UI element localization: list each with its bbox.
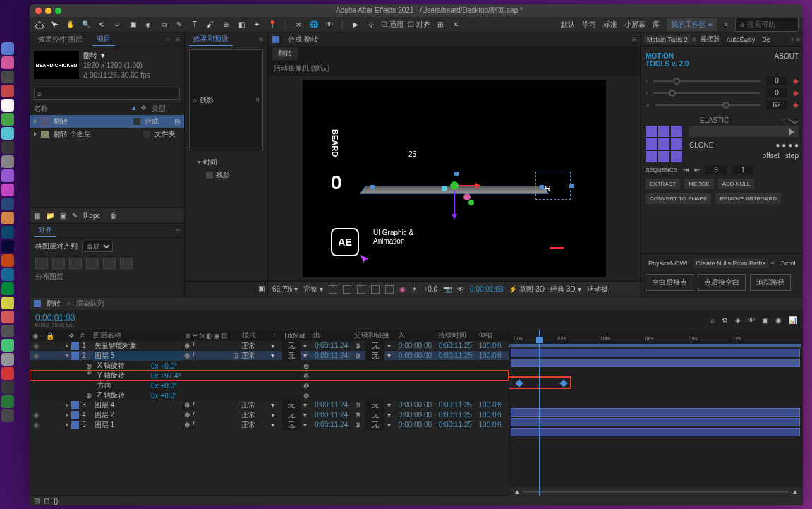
effects-category[interactable]: 时间	[190, 156, 262, 169]
label-color[interactable]	[143, 131, 150, 138]
workspace-learn[interactable]: 学习	[582, 20, 596, 30]
layer-row-3[interactable]: 3 图层 4 ⊕/ 正常▾ 无▾ 0:00:11:24 ⊚无▾ 0:00:00:…	[30, 400, 509, 410]
slider-2[interactable]	[653, 92, 761, 94]
slider-3[interactable]	[655, 104, 761, 106]
label-color[interactable]	[133, 118, 140, 125]
window-maximize-button[interactable]	[55, 8, 61, 14]
col-header-type[interactable]: 类型	[152, 104, 180, 114]
effect-item[interactable]: 残影	[190, 169, 262, 181]
comp-name[interactable]: 翻转 ▼	[83, 51, 180, 61]
pointer-icon[interactable]: ▶	[350, 19, 361, 30]
nulls-btn-1[interactable]: 空白后接点	[646, 274, 693, 291]
tab-effects[interactable]: 效果和预设	[189, 32, 233, 46]
property-y-rotation[interactable]: ⊚ ⌄ Y 轴旋转 0x +97.4° ⊚	[30, 371, 509, 381]
orbit-tool-icon[interactable]: ⟲	[96, 19, 107, 30]
about-button[interactable]: ABOUT	[775, 52, 799, 68]
dock-app-4[interactable]	[1, 85, 14, 97]
dock-app-17[interactable]	[1, 268, 14, 281]
tab-create-nulls[interactable]: Create Nulls From Paths	[693, 258, 769, 268]
dock-app-9[interactable]	[1, 155, 14, 168]
grid-icon[interactable]: ⊞	[435, 19, 446, 30]
toggle-modes-icon[interactable]: ⊡	[44, 497, 49, 505]
merge-button[interactable]: MERGE	[684, 179, 713, 189]
add-null-button[interactable]: ADD NULL	[718, 179, 755, 189]
dock-app-23[interactable]	[1, 353, 14, 366]
clear-search-icon[interactable]: ×	[255, 96, 260, 104]
graph-editor-icon[interactable]: 📊	[789, 316, 797, 324]
current-time-indicator[interactable]	[539, 330, 540, 496]
new-folder-icon[interactable]: 📁	[46, 212, 54, 220]
selection-tool-icon[interactable]	[49, 19, 61, 30]
active-camera-select[interactable]: 活动摄	[587, 285, 608, 294]
align-bottom-button[interactable]	[120, 258, 133, 269]
dock-app-20[interactable]	[1, 311, 14, 323]
project-item-folder[interactable]: 翻转 个图层 文件夹	[30, 128, 184, 140]
channel-icon[interactable]: ◉	[399, 285, 406, 293]
window-close-button[interactable]	[35, 8, 42, 14]
toggle-grid-icon[interactable]	[371, 285, 380, 294]
seq-val-2[interactable]: 1	[732, 165, 753, 174]
shy-icon[interactable]: 👁	[748, 316, 755, 324]
home-icon[interactable]	[34, 19, 45, 30]
nulls-btn-3[interactable]: 追踪路径	[750, 274, 791, 291]
col-mode[interactable]: 模式	[242, 330, 269, 340]
expand-icon[interactable]	[34, 119, 37, 124]
text-tool-icon[interactable]: T	[189, 19, 200, 30]
snapshot-icon[interactable]: 📷	[443, 285, 452, 293]
col-out[interactable]: 出	[313, 330, 351, 340]
dock-app-15[interactable]	[1, 240, 14, 253]
panel-menu-icon[interactable]: ≡	[176, 227, 180, 234]
view-axis-icon[interactable]: 👁	[324, 19, 335, 30]
exposure-icon[interactable]: ☀	[411, 285, 418, 293]
dock-app-3[interactable]	[1, 71, 14, 83]
dock-app-24[interactable]	[1, 367, 14, 380]
viewer-tab[interactable]: 翻转	[272, 47, 298, 60]
align-target-select[interactable]: 合成	[82, 241, 113, 252]
convert-shape-button[interactable]: CONVERT TO SHAPE	[646, 193, 711, 204]
tab-wiggler[interactable]: 摇摆器	[698, 33, 722, 45]
comp-mini-flowchart-icon[interactable]: ⚙	[722, 316, 728, 324]
col-stretch[interactable]: 伸缩	[478, 330, 506, 340]
guides-icon[interactable]: ✕	[450, 19, 461, 30]
toggle-mask-icon[interactable]	[343, 285, 351, 294]
col-duration[interactable]: 持续时间	[438, 330, 475, 340]
bpc-button[interactable]: 8 bpc	[83, 212, 100, 220]
current-timecode[interactable]: 0:00:01:03	[35, 313, 75, 323]
tab-scroll[interactable]: Scrol	[778, 258, 799, 268]
toggle-roi-icon[interactable]	[357, 285, 365, 294]
dock-app-26[interactable]	[1, 395, 14, 408]
zoom-tool-icon[interactable]: 🔍	[80, 19, 92, 30]
viewer-canvas[interactable]: BEARD 0 26 R	[268, 76, 641, 281]
workspace-small[interactable]: 小屏幕	[624, 20, 646, 30]
dock-app-19[interactable]	[1, 297, 14, 309]
renderer-select[interactable]: 经典 3D ▾	[550, 285, 581, 294]
help-search[interactable]: ⌕ 搜索帮助	[735, 18, 799, 32]
switch-icon-1[interactable]: ⊕	[185, 332, 190, 340]
world-axis-icon[interactable]: 🌐	[308, 19, 320, 30]
shape-tool-icon[interactable]: ▭	[158, 19, 169, 30]
effects-search[interactable]: ⌕ 残影 ×	[189, 49, 263, 150]
workspace-library[interactable]: 库	[653, 20, 660, 30]
dock-app-6[interactable]	[1, 113, 14, 126]
align-vcenter-button[interactable]	[103, 258, 116, 269]
workspace-more-icon[interactable]: »	[724, 20, 728, 28]
tab-align[interactable]: 对齐	[34, 224, 56, 237]
switch-icon-2[interactable]: ☀	[192, 332, 198, 340]
dock-app-13[interactable]	[1, 212, 14, 224]
panel-overflow-icon[interactable]: »	[791, 35, 795, 43]
dock-app-12[interactable]	[1, 198, 14, 210]
dock-app-18[interactable]	[1, 282, 14, 295]
adjust-icon[interactable]: ✎	[72, 212, 78, 220]
tab-de[interactable]: De	[759, 35, 773, 44]
pen-tool-icon[interactable]: ✎	[174, 19, 185, 30]
panel-menu-icon[interactable]: ≡	[632, 35, 636, 43]
clone-dots[interactable]: ● ● ● ●	[776, 141, 799, 149]
trash-icon[interactable]: 🗑	[110, 212, 117, 220]
align-hcenter-button[interactable]	[52, 258, 65, 269]
ease-preview[interactable]	[689, 126, 799, 137]
camera-tool-icon[interactable]: ▣	[127, 19, 138, 30]
hand-tool-icon[interactable]: ✋	[65, 19, 76, 30]
brush-tool-icon[interactable]: 🖌	[205, 19, 216, 30]
active-camera-label[interactable]: 活动摄像机 (默认)	[268, 61, 641, 76]
timeline-tab-render[interactable]: 渲染队列	[76, 299, 104, 309]
